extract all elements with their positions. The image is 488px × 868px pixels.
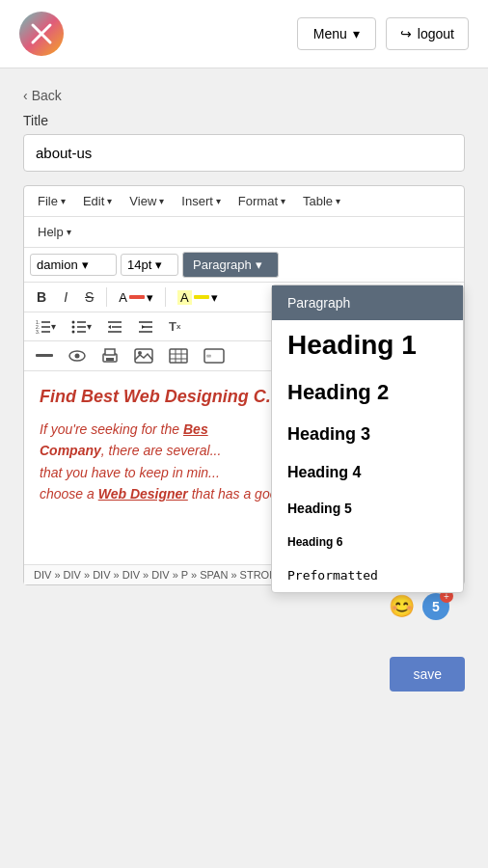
indent-increase-button[interactable]	[132, 317, 159, 337]
title-input[interactable]	[23, 134, 465, 172]
paragraph-dropdown: Paragraph Heading 1 Heading 2 Heading 3 …	[271, 285, 464, 593]
dropdown-item-h2[interactable]: Heading 2	[272, 370, 463, 415]
source-code-button[interactable]: ⌨	[198, 345, 230, 366]
chevron-down-icon: ▾	[147, 290, 153, 305]
table-insert-button[interactable]	[163, 345, 194, 366]
logo	[19, 12, 64, 56]
chevron-down-icon: ▾	[336, 196, 340, 206]
dropdown-item-paragraph[interactable]: Paragraph	[272, 285, 463, 320]
insert-menu[interactable]: Insert ▾	[174, 190, 229, 212]
back-label: Back	[32, 88, 62, 103]
menu-button[interactable]: Menu ▾	[297, 17, 376, 50]
separator	[106, 287, 107, 307]
italic-button[interactable]: I	[57, 286, 74, 308]
font-color-button[interactable]: A ▾	[113, 287, 159, 308]
chevron-down-icon: ▾	[353, 26, 360, 41]
svg-rect-27	[106, 358, 114, 361]
svg-marker-17	[108, 325, 111, 329]
bold-button[interactable]: B	[30, 286, 53, 308]
ordered-list-button[interactable]: 1.2.3. ▾	[30, 317, 62, 337]
svg-rect-22	[36, 354, 53, 357]
dropdown-item-h6[interactable]: Heading 6	[272, 526, 463, 558]
logout-button[interactable]: ↪ logout	[386, 17, 469, 50]
logout-icon: ↪	[400, 26, 412, 41]
svg-text:⌨: ⌨	[206, 352, 211, 361]
edit-menu[interactable]: Edit ▾	[75, 190, 120, 212]
strikethrough-button[interactable]: S	[78, 286, 100, 308]
save-button[interactable]: save	[390, 657, 465, 692]
clear-format-button[interactable]: Tx	[163, 316, 186, 337]
title-label: Title	[23, 113, 465, 128]
chevron-down-icon: ▾	[61, 196, 66, 206]
bg-color-swatch	[194, 295, 209, 299]
chevron-down-icon: ▾	[159, 196, 164, 206]
svg-point-11	[72, 320, 75, 323]
menu-label: Menu	[313, 26, 347, 41]
svg-marker-21	[142, 325, 145, 329]
chevron-down-icon: ▾	[281, 196, 285, 206]
save-button-row: save	[0, 647, 488, 711]
toolbar-row-help: Help ▾	[24, 217, 464, 248]
breadcrumb: DIV » DIV » DIV » DIV » DIV » P » SPAN »…	[34, 569, 285, 581]
svg-point-12	[72, 325, 75, 328]
dropdown-item-h1[interactable]: Heading 1	[272, 320, 463, 370]
preview-button[interactable]	[63, 346, 92, 366]
dropdown-item-h5[interactable]: Heading 5	[272, 491, 463, 526]
dropdown-item-h3[interactable]: Heading 3	[272, 415, 463, 454]
chevron-down-icon: ▾	[211, 290, 218, 305]
header-actions: Menu ▾ ↪ logout	[297, 17, 469, 50]
svg-rect-26	[105, 349, 115, 355]
toolbar-row-menu: File ▾ Edit ▾ View ▾ Insert ▾ Format ▾ T…	[24, 186, 464, 217]
font-color-label: A	[119, 290, 127, 305]
table-menu[interactable]: Table ▾	[295, 190, 348, 212]
toolbar-row-format: damion ▾ 14pt ▾ Paragraph ▾ Paragraph He…	[24, 248, 464, 283]
header: Menu ▾ ↪ logout	[0, 0, 488, 68]
chevron-left-icon: ‹	[23, 88, 28, 103]
chevron-down-icon: ▾	[82, 258, 89, 272]
main-content: ‹ Back Title File ▾ Edit ▾ View ▾ Insert…	[0, 68, 488, 647]
indent-decrease-button[interactable]	[101, 317, 128, 337]
size-selector[interactable]: 14pt ▾	[121, 254, 178, 276]
chevron-down-icon: ▾	[256, 258, 262, 272]
file-menu[interactable]: File ▾	[30, 190, 73, 212]
separator	[165, 287, 166, 307]
svg-text:3.: 3.	[36, 329, 40, 334]
format-menu[interactable]: Format ▾	[230, 190, 293, 212]
help-menu[interactable]: Help ▾	[30, 221, 79, 243]
editor-link-1: Bes	[183, 421, 208, 437]
print-button[interactable]	[95, 345, 124, 366]
bg-color-label: A	[177, 290, 192, 305]
font-selector[interactable]: damion ▾	[30, 254, 117, 276]
chevron-down-icon: ▾	[51, 321, 56, 332]
view-menu[interactable]: View ▾	[122, 190, 172, 212]
chevron-down-icon: ▾	[216, 196, 221, 206]
emoji-icon[interactable]: 😊	[389, 594, 415, 619]
editor-container: File ▾ Edit ▾ View ▾ Insert ▾ Format ▾ T…	[23, 185, 465, 585]
notification-count: 5	[432, 599, 440, 614]
unordered-list-button[interactable]: ▾	[66, 317, 97, 337]
editor-link-2: Web Designer	[98, 486, 188, 502]
svg-point-13	[72, 330, 75, 333]
svg-point-24	[75, 354, 80, 359]
font-color-swatch	[129, 295, 145, 299]
editor-strong: Company	[40, 443, 101, 458]
dropdown-item-h4[interactable]: Heading 4	[272, 454, 463, 491]
image-button[interactable]	[128, 345, 159, 366]
back-link[interactable]: ‹ Back	[23, 88, 465, 103]
chevron-down-icon: ▾	[107, 196, 112, 206]
logout-label: logout	[418, 26, 454, 41]
horizontal-rule-button[interactable]	[30, 346, 59, 366]
chevron-down-icon: ▾	[87, 321, 92, 332]
chevron-down-icon: ▾	[67, 227, 71, 237]
bg-color-button[interactable]: A ▾	[172, 287, 224, 308]
notification-badge[interactable]: 5 +	[422, 593, 449, 620]
paragraph-selector[interactable]: Paragraph ▾	[182, 252, 279, 278]
chevron-down-icon: ▾	[155, 258, 162, 272]
dropdown-item-preformatted[interactable]: Preformatted	[272, 558, 463, 592]
svg-rect-30	[170, 349, 187, 363]
